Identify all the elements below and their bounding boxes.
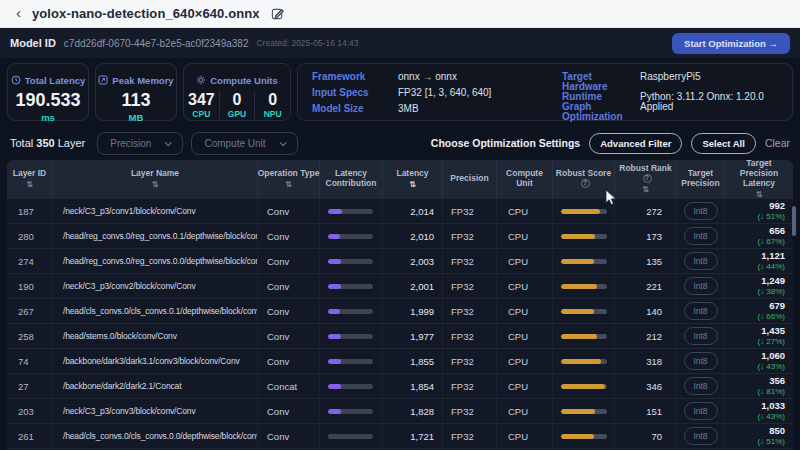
int8-precision-pill[interactable]: Int8 [684, 427, 718, 445]
cell-compute-unit: CPU [497, 399, 553, 423]
cell-precision: FP32 [443, 374, 497, 398]
cell-target-precision-latency: 850 (↓ 51%) [725, 424, 793, 448]
edit-icon[interactable] [271, 7, 284, 20]
int8-precision-pill[interactable]: Int8 [684, 302, 718, 320]
latency-contribution-bar-fill [328, 284, 341, 289]
cell-target-precision-latency: 1,121 (↓ 44%) [725, 249, 793, 273]
cell-target-precision: Int8 [677, 199, 725, 223]
choose-optimization-settings-label: Choose Optimization Settings [431, 137, 580, 149]
int8-precision-pill[interactable]: Int8 [684, 202, 718, 220]
total-latency-label: Total Latency [25, 75, 86, 86]
header-compute-unit[interactable]: Compute Unit [497, 160, 553, 198]
latency-contribution-bar-fill [328, 334, 341, 339]
header-layer-name[interactable]: Layer Name⇅ [53, 160, 258, 198]
header-latency[interactable]: Latency⇅ [383, 160, 443, 198]
layer-table: Layer ID⇅ Layer Name⇅ Operation Type⇅ La… [7, 160, 793, 450]
cell-latency-contribution [320, 424, 383, 448]
sort-icon[interactable]: ⇅ [642, 186, 649, 194]
int8-precision-pill[interactable]: Int8 [684, 327, 718, 345]
cell-operation-type: Conv [258, 224, 320, 248]
robust-score-bar-track [561, 434, 607, 439]
robust-score-bar-track [561, 259, 607, 264]
cell-latency: 2,014 [383, 199, 443, 223]
clear-button[interactable]: Clear [765, 137, 790, 149]
int8-precision-pill[interactable]: Int8 [684, 252, 718, 270]
select-all-button[interactable]: Select All [691, 133, 755, 154]
robust-score-bar-fill [561, 309, 595, 314]
cell-robust-rank: 140 [615, 299, 677, 323]
cell-target-precision: Int8 [677, 424, 725, 448]
table-row[interactable]: 74 /backbone/dark3/dark3.1/conv3/block/c… [7, 348, 793, 373]
latency-contribution-bar-fill [328, 359, 341, 364]
table-row[interactable]: 280 /head/reg_convs.0/reg_convs.0.1/dept… [7, 223, 793, 248]
sort-icon[interactable]: ⇅ [285, 181, 292, 189]
latency-contribution-bar-track [328, 359, 373, 364]
cell-target-precision-latency: 1,060 (↓ 43%) [725, 349, 793, 373]
header-layer-id[interactable]: Layer ID⇅ [7, 160, 53, 198]
table-row[interactable]: 258 /head/stems.0/block/conv/Conv Conv 1… [7, 323, 793, 348]
cell-target-precision: Int8 [677, 399, 725, 423]
cell-robust-score [553, 224, 615, 248]
table-row[interactable]: 190 /neck/C3_p3/conv2/block/conv/Conv Co… [7, 273, 793, 298]
cell-compute-unit: CPU [497, 374, 553, 398]
table-row[interactable]: 187 /neck/C3_p3/conv1/block/conv/Conv Co… [7, 198, 793, 223]
cell-latency: 1,855 [383, 349, 443, 373]
cell-latency-contribution [320, 249, 383, 273]
help-icon[interactable]: ? [581, 179, 590, 188]
start-optimization-button[interactable]: Start Optimization → [672, 33, 790, 54]
cell-latency: 2,010 [383, 224, 443, 248]
header-robust-score[interactable]: Robust Score? [553, 160, 615, 198]
cell-robust-rank: 318 [615, 349, 677, 373]
cell-compute-unit: CPU [497, 274, 553, 298]
cpu-count: 347 [184, 91, 219, 109]
sort-icon[interactable]: ⇅ [756, 191, 763, 199]
top-bar: ‹ yolox-nano-detection_640×640.onnx [0, 0, 800, 28]
cell-robust-score [553, 274, 615, 298]
target-latency-value: 356 [769, 376, 785, 387]
table-row[interactable]: 203 /neck/C3_p3/conv3/block/conv/Conv Co… [7, 398, 793, 423]
int8-precision-pill[interactable]: Int8 [684, 402, 718, 420]
header-operation-type[interactable]: Operation Type⇅ [258, 160, 320, 198]
scrollbar-thumb[interactable] [792, 206, 796, 236]
compute-unit-filter-dropdown[interactable]: Compute Unit [191, 132, 297, 155]
int8-precision-pill[interactable]: Int8 [684, 352, 718, 370]
target-latency-delta: (↓ 51%) [757, 437, 785, 446]
target-latency-delta: (↓ 51%) [757, 212, 785, 221]
header-precision[interactable]: Precision [443, 160, 497, 198]
sort-descending-icon[interactable]: ⇅ [409, 181, 416, 189]
cell-target-precision-latency: 656 (↓ 67%) [725, 224, 793, 248]
int8-precision-pill[interactable]: Int8 [684, 377, 718, 395]
latency-contribution-bar-fill [328, 209, 342, 214]
sort-icon[interactable]: ⇅ [26, 181, 33, 189]
sort-icon[interactable]: ⇅ [152, 181, 159, 189]
precision-filter-dropdown[interactable]: Precision [97, 132, 183, 155]
cell-layer-name: /head/cls_convs.0/cls_convs.0.0/depthwis… [53, 424, 258, 448]
table-row[interactable]: 261 /head/cls_convs.0/cls_convs.0.0/dept… [7, 423, 793, 448]
table-row[interactable]: 267 /head/cls_convs.0/cls_convs.0.1/dept… [7, 298, 793, 323]
cell-operation-type: Concat [258, 374, 320, 398]
table-row[interactable]: 27 /backbone/dark2/dark2.1/Concat Concat… [7, 373, 793, 398]
header-robust-rank[interactable]: Robust Rank? ⇅ [615, 160, 677, 198]
latency-contribution-bar-track [328, 334, 373, 339]
cell-robust-score [553, 249, 615, 273]
header-target-precision[interactable]: Target Precision [677, 160, 725, 198]
header-latency-contribution[interactable]: Latency Contribution [320, 160, 383, 198]
robust-score-bar-track [561, 384, 607, 389]
peak-memory-card: Peak Memory 113 MB [95, 63, 177, 121]
int8-precision-pill[interactable]: Int8 [684, 227, 718, 245]
cell-target-precision: Int8 [677, 224, 725, 248]
advanced-filter-button[interactable]: Advanced Filter [589, 133, 682, 154]
cell-compute-unit: CPU [497, 199, 553, 223]
target-latency-delta: (↓ 44%) [757, 262, 785, 271]
table-row[interactable]: 274 /head/reg_convs.0/reg_convs.0.0/dept… [7, 248, 793, 273]
back-icon[interactable]: ‹ [16, 5, 21, 20]
cell-robust-score [553, 399, 615, 423]
int8-precision-pill[interactable]: Int8 [684, 277, 718, 295]
cell-target-precision-latency: 679 (↓ 66%) [725, 299, 793, 323]
cell-target-precision: Int8 [677, 374, 725, 398]
framework-value: onnx → onnx [398, 72, 457, 82]
header-target-precision-latency[interactable]: Target Precision Latency⇅ [725, 160, 793, 198]
cell-target-precision-latency: 992 (↓ 51%) [725, 199, 793, 223]
clock-icon [11, 71, 21, 89]
help-icon[interactable]: ? [643, 174, 652, 183]
